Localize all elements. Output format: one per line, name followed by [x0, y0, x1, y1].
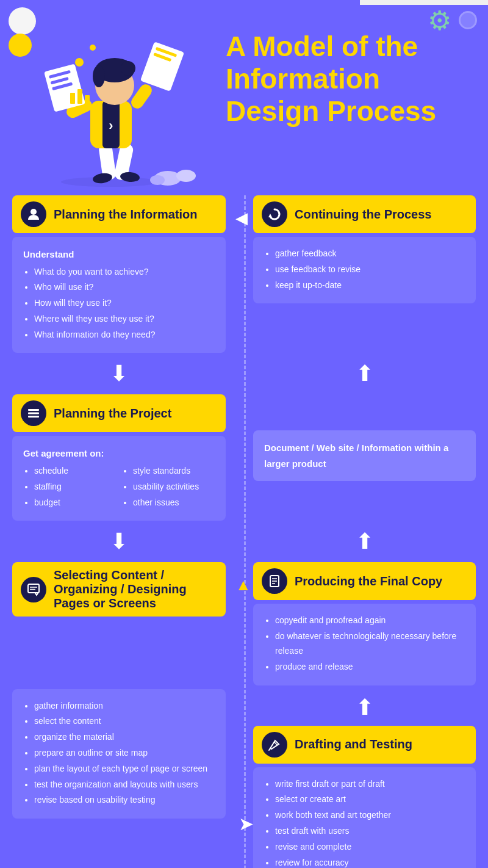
arrow-up-producing: ▲ — [235, 576, 251, 595]
svg-point-25 — [90, 45, 96, 51]
list-item: style standards — [133, 464, 215, 479]
list-item: revise based on usability testing — [34, 793, 215, 808]
arrow-up-3: ⬆ — [253, 696, 476, 718]
planning-info-header: Planning the Information — [12, 195, 226, 233]
svg-point-3 — [150, 175, 165, 185]
svg-rect-31 — [28, 409, 39, 411]
arrow-up-1: ⬆ — [244, 363, 476, 385]
producing-list: copyedit and proofread again do whatever… — [264, 613, 465, 674]
drafting-icon — [262, 732, 287, 758]
planning-project-title: Planning the Project — [54, 407, 171, 421]
list-item: use feedback to revise — [275, 262, 465, 277]
title-line2: Information — [226, 63, 380, 95]
project-col1: schedule staffing budget — [23, 464, 116, 511]
selecting-header: Selecting Content / Organizing / Designi… — [12, 562, 226, 617]
svg-rect-26 — [70, 93, 75, 104]
planning-info-content: Understand What do you want to achieve? … — [12, 237, 226, 353]
title-line3: Design Process — [226, 95, 436, 127]
planning-project-icon — [21, 400, 46, 426]
planning-project-bold: Get agreement on: — [23, 446, 215, 461]
svg-rect-27 — [77, 89, 82, 104]
svg-rect-28 — [85, 95, 90, 104]
list-item: usability activities — [133, 480, 215, 494]
document-type-text: Document / Web site / Information within… — [264, 443, 448, 469]
list-item: gather information — [34, 699, 215, 714]
list-item: revise and complete — [275, 840, 465, 855]
producing-icon — [262, 568, 287, 594]
project-col2: style standards usability activities oth… — [122, 464, 215, 511]
producing-title: Producing the Final Copy — [295, 574, 442, 588]
selecting-title: Selecting Content / Organizing / Designi… — [54, 568, 217, 610]
list-item: staffing — [34, 480, 116, 494]
arrow-down-2: ⬇ — [12, 530, 244, 552]
svg-point-24 — [75, 58, 84, 67]
list-item: What information do they need? — [34, 328, 215, 342]
title-line1: A Model of the — [226, 31, 418, 62]
svg-line-42 — [269, 748, 270, 750]
continuing-content: gather feedback use feedback to revise k… — [253, 237, 476, 303]
arrow-left-continuing: ◀ — [235, 209, 248, 228]
list-item: review for accuracy — [275, 856, 465, 868]
list-item: test the organization and layouts with u… — [34, 778, 215, 792]
list-item: organize the material — [34, 730, 215, 745]
list-item: prepare an outline or site map — [34, 746, 215, 761]
svg-point-29 — [30, 209, 37, 215]
continuing-header: Continuing the Process — [253, 195, 476, 233]
svg-point-16 — [121, 61, 135, 76]
svg-marker-30 — [268, 214, 272, 217]
planning-info-title: Planning the Information — [54, 208, 198, 222]
planning-info-list: What do you want to achieve? Who will us… — [23, 265, 215, 342]
producing-content: copyedit and proofread again do whatever… — [253, 604, 476, 685]
planning-project-content: Get agreement on: schedule staffing budg… — [12, 436, 226, 521]
arrow-up-2: ⬆ — [244, 530, 476, 552]
svg-point-2 — [176, 170, 196, 182]
svg-rect-33 — [28, 416, 39, 418]
list-item: select or create art — [275, 792, 465, 807]
drafting-content: write first draft or part of draft selec… — [253, 767, 476, 868]
continuing-list: gather feedback use feedback to revise k… — [264, 247, 465, 292]
selecting-list: gather information select the content or… — [23, 699, 215, 808]
drafting-list: write first draft or part of draft selec… — [264, 777, 465, 868]
svg-text:›: › — [109, 118, 113, 133]
planning-project-header: Planning the Project — [12, 394, 226, 432]
list-item: do whatever is technologically necessary… — [275, 629, 465, 659]
svg-rect-17 — [44, 63, 85, 112]
planning-info-bold: Understand — [23, 247, 215, 262]
continuing-icon — [262, 201, 287, 227]
list-item: plan the layout of each type of page or … — [34, 762, 215, 776]
drafting-header: Drafting and Testing — [253, 726, 476, 764]
producing-header: Producing the Final Copy — [253, 562, 476, 600]
list-item: budget — [34, 496, 116, 510]
planning-project-cols: schedule staffing budget style standards… — [23, 464, 215, 511]
list-item: write first draft or part of draft — [275, 777, 465, 792]
drafting-title: Drafting and Testing — [295, 737, 412, 751]
list-item: gather feedback — [275, 247, 465, 261]
selecting-icon — [21, 577, 46, 602]
list-item: test draft with users — [275, 824, 465, 839]
list-item: Where will they use they use it? — [34, 312, 215, 327]
illustration: › — [12, 12, 220, 189]
continuing-title: Continuing the Process — [295, 208, 431, 222]
arrow-down-1: ⬇ — [12, 363, 244, 385]
list-item: select the content — [34, 714, 215, 729]
list-item: Who will use it? — [34, 280, 215, 295]
svg-point-15 — [93, 65, 105, 87]
document-type-box: Document / Web site / Information within… — [253, 430, 476, 481]
list-item: produce and release — [275, 660, 465, 675]
main-title-area: A Model of the Information Design Proces… — [220, 12, 470, 128]
list-item: copyedit and proofread again — [275, 613, 465, 628]
list-item: work both text and art together — [275, 808, 465, 823]
list-item: How will they use it? — [34, 296, 215, 311]
list-item: keep it up-to-date — [275, 278, 465, 293]
selecting-content: gather information select the content or… — [12, 689, 226, 819]
planning-info-icon — [21, 201, 46, 227]
list-item: What do you want to achieve? — [34, 265, 215, 280]
list-item: other issues — [133, 496, 215, 510]
svg-rect-34 — [28, 584, 39, 593]
svg-rect-32 — [28, 413, 39, 414]
list-item: schedule — [34, 464, 116, 479]
